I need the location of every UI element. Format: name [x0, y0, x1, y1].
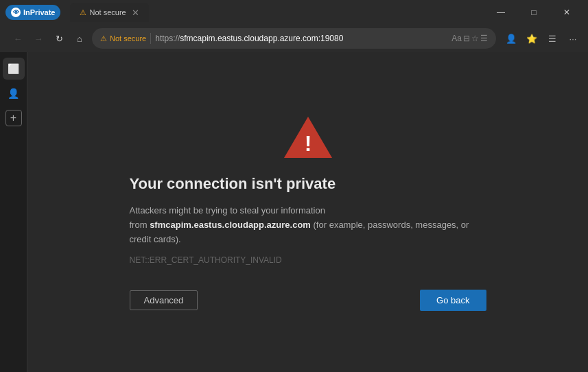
sidebar-profile-button[interactable]: 👤: [3, 82, 25, 104]
url-suffix: :19080: [318, 34, 344, 43]
url-text: https://sfmcapim.eastus.cloudapp.azure.c…: [155, 34, 447, 43]
toolbar-icons: 👤 ⭐ ☰ ···: [502, 29, 583, 48]
read-mode-icon[interactable]: Aa: [451, 34, 462, 43]
reader-icon[interactable]: ⊟: [463, 34, 470, 43]
maximize-button[interactable]: □: [518, 1, 550, 23]
svg-text:!: !: [304, 131, 311, 156]
error-description: Attackers might be trying to steal your …: [130, 204, 486, 246]
security-warning: ⚠ Not secure: [100, 34, 146, 43]
go-back-button[interactable]: Go back: [420, 290, 486, 311]
tab-warning-icon: ⚠: [80, 8, 86, 17]
nav-buttons: ← → ↻ ⌂: [8, 29, 89, 48]
security-label: Not secure: [110, 34, 146, 43]
browser-body: ⬜ 👤 + ! Your connection isn't private At…: [0, 52, 588, 372]
title-bar: 👁 InPrivate ⚠ Not secure ✕ — □ ✕: [0, 0, 588, 25]
page-content: ! Your connection isn't private Attacker…: [27, 52, 588, 372]
divider: [150, 33, 151, 44]
forward-button[interactable]: →: [29, 29, 48, 48]
tab-title: Not secure: [89, 8, 126, 16]
sidebar-add-button[interactable]: +: [5, 110, 22, 126]
minimize-button[interactable]: —: [485, 1, 517, 23]
domain-text: sfmcapim.eastus.cloudapp.azure.com: [150, 220, 311, 230]
url-prefix: https://: [155, 34, 180, 43]
collections-icon[interactable]: ☰: [480, 34, 488, 43]
error-code: NET::ERR_CERT_AUTHORITY_INVALID: [130, 255, 282, 265]
back-button[interactable]: ←: [8, 29, 27, 48]
warning-icon-large: !: [281, 113, 336, 161]
inprivate-label: InPrivate: [23, 8, 55, 16]
address-bar-icons: Aa ⊟ ☆ ☰: [451, 34, 488, 43]
warning-triangle-icon: ⚠: [100, 34, 107, 43]
url-main: sfmcapim.eastus.cloudapp.azure.com: [180, 34, 318, 43]
close-button[interactable]: ✕: [551, 1, 583, 23]
profile-button[interactable]: 👤: [502, 29, 521, 48]
reload-button[interactable]: ↻: [49, 29, 69, 48]
tab-close-icon[interactable]: ✕: [132, 8, 139, 18]
advanced-button[interactable]: Advanced: [130, 290, 198, 310]
address-bar[interactable]: ⚠ Not secure https://sfmcapim.eastus.clo…: [92, 28, 496, 49]
button-row: Advanced Go back: [130, 290, 486, 311]
address-bar-row: ← → ↻ ⌂ ⚠ Not secure https://sfmcapim.ea…: [0, 25, 588, 52]
favorites-button[interactable]: ⭐: [522, 29, 541, 48]
inprivate-icon: 👁: [11, 8, 21, 17]
error-title: Your connection isn't private: [130, 175, 336, 193]
favorites-icon[interactable]: ☆: [471, 34, 479, 43]
sidebar: ⬜ 👤 +: [0, 52, 27, 372]
collections-button[interactable]: ☰: [543, 29, 562, 48]
home-button[interactable]: ⌂: [70, 29, 89, 48]
title-bar-left: 👁 InPrivate ⚠ Not secure ✕: [5, 3, 485, 22]
active-tab[interactable]: ⚠ Not secure ✕: [70, 3, 148, 22]
browser-window: 👁 InPrivate ⚠ Not secure ✕ — □ ✕ ← → ↻ ⌂: [0, 0, 588, 372]
error-container: ! Your connection isn't private Attacker…: [130, 113, 486, 310]
inprivate-badge: 👁 InPrivate: [5, 5, 60, 20]
more-button[interactable]: ···: [563, 29, 583, 48]
sidebar-tabs-button[interactable]: ⬜: [3, 58, 25, 80]
window-controls: — □ ✕: [485, 1, 583, 23]
